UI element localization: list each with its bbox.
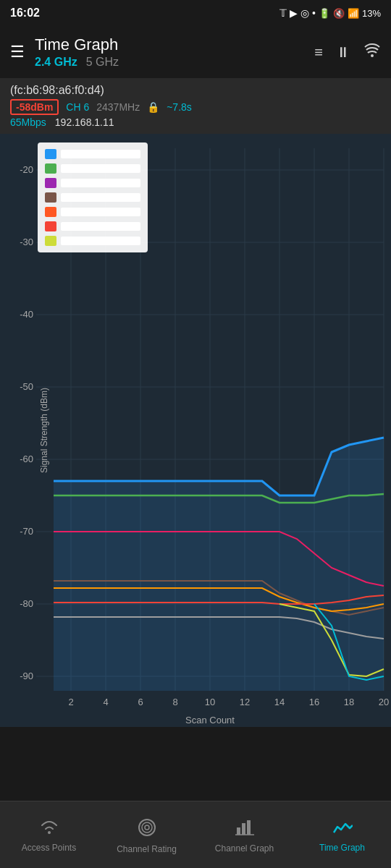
- svg-rect-46: [247, 820, 251, 835]
- svg-text:-90: -90: [20, 671, 33, 681]
- nav-channel-rating[interactable]: Channel Rating: [98, 811, 196, 859]
- speed-label: 65Mbps: [10, 116, 46, 128]
- filter-button[interactable]: ≡: [314, 44, 323, 61]
- svg-rect-45: [242, 823, 245, 835]
- menu-button[interactable]: ☰: [10, 43, 25, 61]
- legend-color-green: [45, 163, 56, 174]
- timeline-icon: [332, 820, 353, 840]
- svg-rect-44: [237, 827, 240, 835]
- battery-icon: 🔋: [319, 8, 330, 19]
- legend-color-red: [45, 221, 56, 231]
- frequency-selector: 2.4 GHz 5 GHz: [35, 56, 304, 69]
- info-banner: (fc:b6:98:a6:f0:d4) -58dBm CH 6 2437MHz …: [0, 78, 391, 134]
- legend-label-4: [61, 193, 140, 202]
- wifi-icon: [39, 820, 59, 840]
- info-details: -58dBm CH 6 2437MHz 🔒 ~7.8s: [10, 99, 381, 115]
- legend-box: [38, 142, 148, 252]
- location-icon: ◎: [300, 7, 309, 19]
- svg-text:20: 20: [379, 697, 389, 707]
- tiktok-icon: 𝕋: [279, 7, 287, 19]
- y-axis-title: Signal Strength (dBm): [39, 388, 49, 473]
- legend-color-orange: [45, 207, 56, 217]
- title-area: Time Graph 2.4 GHz 5 GHz: [35, 35, 304, 69]
- ip-label: 192.168.1.11: [55, 116, 114, 128]
- legend-label-7: [61, 237, 140, 245]
- legend-item-6: [45, 219, 140, 234]
- dot-icon: •: [312, 7, 316, 19]
- svg-point-0: [371, 54, 374, 57]
- legend-item-4: [45, 190, 140, 205]
- legend-label-2: [61, 164, 140, 173]
- svg-text:12: 12: [240, 697, 250, 707]
- legend-item-3: [45, 176, 140, 190]
- signal-icon: 📶: [348, 8, 359, 19]
- freq-24-button[interactable]: 2.4 GHz: [35, 56, 77, 69]
- nav-label-channel-graph: Channel Graph: [215, 843, 274, 854]
- svg-point-43: [145, 825, 149, 830]
- status-icons: 𝕋 ▶ ◎ • 🔋 🔇 📶 13%: [279, 7, 381, 19]
- legend-item-1: [45, 147, 140, 161]
- legend-color-blue: [45, 149, 56, 159]
- status-bar: 16:02 𝕋 ▶ ◎ • 🔋 🔇 📶 13%: [0, 0, 391, 26]
- target-icon: [138, 818, 156, 841]
- svg-text:-20: -20: [20, 164, 33, 175]
- svg-text:2: 2: [68, 697, 73, 707]
- frequency-label: 2437MHz: [96, 101, 140, 113]
- chart-container: Signal Strength (dBm): [0, 134, 391, 727]
- time-label: ~7.8s: [167, 101, 192, 113]
- svg-text:-70: -70: [20, 526, 33, 537]
- lock-icon: 🔒: [147, 101, 159, 113]
- top-bar: ☰ Time Graph 2.4 GHz 5 GHz ≡ ⏸: [0, 26, 391, 78]
- pause-button[interactable]: ⏸: [336, 44, 350, 61]
- nav-label-access-points: Access Points: [22, 843, 76, 853]
- svg-text:-50: -50: [20, 381, 33, 392]
- legend-color-yellow: [45, 236, 56, 246]
- bar-chart-icon: [235, 819, 254, 841]
- nav-label-channel-rating: Channel Rating: [117, 844, 177, 854]
- page-title: Time Graph: [35, 35, 304, 54]
- svg-text:-40: -40: [20, 309, 33, 320]
- legend-item-5: [45, 205, 140, 219]
- svg-text:-30: -30: [20, 237, 33, 247]
- svg-text:4: 4: [103, 697, 108, 707]
- svg-text:Scan Count: Scan Count: [185, 715, 235, 726]
- ssid-mac: (fc:b6:98:a6:f0:d4): [10, 84, 381, 97]
- nav-time-graph[interactable]: Time Graph: [293, 812, 391, 857]
- svg-text:16: 16: [309, 697, 319, 707]
- nav-access-points[interactable]: Access Points: [0, 812, 98, 857]
- mute-icon: 🔇: [333, 8, 345, 19]
- svg-text:10: 10: [205, 697, 215, 707]
- svg-text:18: 18: [344, 697, 354, 707]
- wifi-stripes-icon[interactable]: [363, 43, 381, 62]
- channel-label: CH 6: [66, 101, 89, 113]
- signal-badge: -58dBm: [10, 99, 59, 115]
- legend-label-6: [61, 222, 140, 231]
- youtube-icon: ▶: [290, 7, 298, 19]
- info-row2: 65Mbps 192.168.1.11: [10, 116, 381, 128]
- svg-text:6: 6: [138, 697, 143, 707]
- legend-label-3: [61, 179, 140, 187]
- legend-item-2: [45, 161, 140, 176]
- svg-text:-60: -60: [20, 454, 33, 464]
- legend-item-7: [45, 234, 140, 248]
- legend-label-5: [61, 208, 140, 216]
- svg-text:-80: -80: [20, 598, 33, 609]
- legend-color-purple: [45, 178, 56, 188]
- nav-channel-graph[interactable]: Channel Graph: [196, 812, 293, 858]
- svg-text:8: 8: [172, 697, 177, 707]
- legend-label-1: [61, 150, 140, 158]
- svg-point-42: [142, 822, 152, 833]
- svg-text:14: 14: [274, 697, 285, 707]
- status-time: 16:02: [10, 7, 40, 20]
- nav-label-time-graph: Time Graph: [319, 843, 365, 853]
- top-actions: ≡ ⏸: [314, 43, 381, 62]
- svg-point-40: [48, 831, 51, 834]
- battery-percent: 13%: [362, 8, 381, 19]
- bottom-nav: Access Points Channel Rating Channel Gra…: [0, 801, 391, 868]
- freq-5-button[interactable]: 5 GHz: [86, 56, 119, 69]
- legend-color-brown: [45, 192, 56, 203]
